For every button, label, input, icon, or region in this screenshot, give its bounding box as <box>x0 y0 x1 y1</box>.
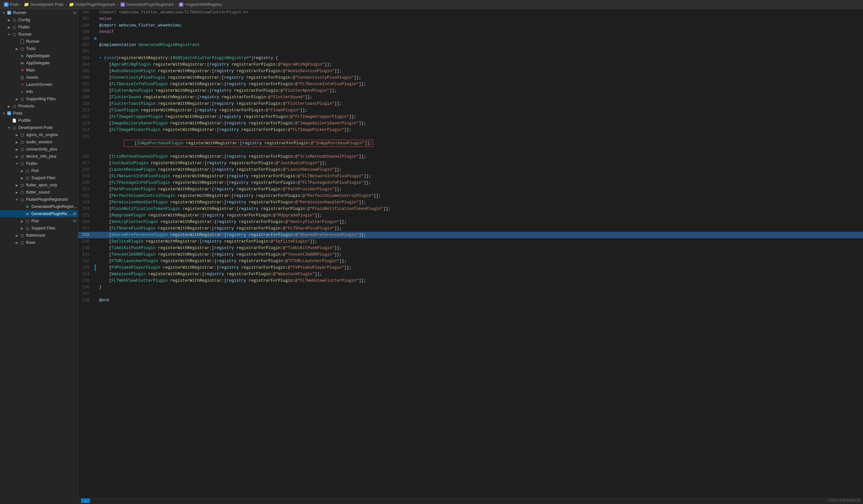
sidebar-item-audio[interactable]: ▶ ▢ audio_session <box>0 138 78 146</box>
code-line-204: 204 [AgoraRtcNgPlugin registerWithRegist… <box>78 61 863 68</box>
arrow-connectivity: ▶ <box>14 148 20 151</box>
sidebar-item-fpr[interactable]: ▼ ▢ FlutterPluginRegistrant <box>0 196 78 203</box>
device-info-label: device_info_plus <box>26 154 78 159</box>
gutter-210 <box>93 101 98 107</box>
assets-label: Assets <box>26 75 78 80</box>
sidebar-item-runner-root[interactable]: ▼ R Runner M <box>0 9 78 16</box>
sidebar-item-products[interactable]: ▶ ▢ Products <box>0 102 78 110</box>
sidebar-item-fluttertoast[interactable]: ▶ ▢ fluttertoast <box>0 232 78 239</box>
sidebar-item-assets[interactable]: ▶ ◫ Assets <box>0 74 78 81</box>
line-num-220: 220 <box>78 179 93 186</box>
runner-root-badge: M <box>73 11 76 15</box>
sidebar-item-development-pods[interactable]: ▼ ▢ Development Pods <box>0 124 78 131</box>
breadcrumb-bar: A Pods › 📁 Development Pods › 📁 FlutterP… <box>0 0 863 9</box>
code-line-233: 233 [FVPVideoPlayerPlugin registerWithRe… <box>78 264 863 271</box>
sidebar-item-device-info[interactable]: ▶ ▢ device_info_plus <box>0 153 78 160</box>
sidebar-item-gen-m[interactable]: ▶ m GeneratedPluginRegistrant M <box>0 210 78 217</box>
line-num-205: 205 <box>78 68 93 74</box>
pod-sub-icon: ▢ <box>25 168 30 173</box>
gutter-199 <box>93 29 98 35</box>
gutter-218 <box>93 166 98 173</box>
code-line-199: 199 #endif <box>78 29 863 35</box>
code-line-231: 231 [TencentImSDKPlugin registerWithRegi… <box>78 251 863 258</box>
appdelegate-m-label: AppDelegate <box>26 61 78 65</box>
breadcrumb-fpr[interactable]: 📁 FlutterPluginRegistrant <box>69 2 115 7</box>
gutter-213 <box>93 120 98 127</box>
line-content-237 <box>98 290 863 297</box>
sidebar-item-pod-sub[interactable]: ▶ ▢ Pod <box>0 167 78 174</box>
line-content-200 <box>98 35 863 42</box>
line-num-227: 227 <box>78 225 93 232</box>
line-num-222: 222 <box>78 192 93 199</box>
flutter-apns-label: flutter_apns_only <box>26 183 78 187</box>
sidebar-item-supporting-files[interactable]: ▶ ▢ Supporting Files <box>0 95 78 102</box>
sidebar-item-tools[interactable]: ▶ ▢ Tools <box>0 45 78 52</box>
sidebar-item-fluwx[interactable]: ▶ ▢ fluwx <box>0 239 78 246</box>
sidebar-item-appdelegate-h[interactable]: ▶ h AppDelegate <box>0 52 78 60</box>
code-line-214: 214 [FLTImagePickerPlugin registerWithRe… <box>78 127 863 133</box>
line-content-219: [FLTNetworkInfoPlusPlugin registerWithRe… <box>98 173 863 179</box>
line-content-236: } <box>98 284 863 290</box>
line-num-224: 224 <box>78 206 93 212</box>
code-line-236: 236 } <box>78 284 863 290</box>
gutter-232 <box>93 258 98 264</box>
line-num-211: 211 <box>78 107 93 114</box>
sidebar-item-flutter-apns[interactable]: ▶ ▢ flutter_apns_only <box>0 181 78 189</box>
sidebar-item-info[interactable]: ▶ ℹ Info <box>0 88 78 95</box>
sidebar-item-flutter-sound[interactable]: ▶ ▢ flutter_sound <box>0 189 78 196</box>
scroll-thumb[interactable]: ⌄ <box>81 499 90 503</box>
line-num-206: 206 <box>78 74 93 81</box>
gutter-230 <box>93 245 98 251</box>
scroll-thumb-icon: ⌄ <box>84 499 87 503</box>
gutter-221 <box>93 186 98 192</box>
arrow-supporting-files: ▶ <box>14 97 20 101</box>
flutter-dep-icon: ▢ <box>20 161 25 166</box>
breadcrumb-sep-3: › <box>117 2 118 7</box>
sidebar-item-agora[interactable]: ▶ ▢ agora_rtc_engine <box>0 131 78 138</box>
pods-icon: A <box>4 2 9 7</box>
line-content-228: [SharedPreferencesPlugin registerWithReg… <box>98 232 863 238</box>
breadcrumb-method-label: +registerWithRegistry: <box>185 2 223 7</box>
arrow-flutter-sound: ▶ <box>14 191 20 194</box>
sidebar-item-flutter-dep[interactable]: ▼ ▢ Flutter <box>0 160 78 167</box>
sidebar-item-support-fpr[interactable]: ▶ ▢ Support Files <box>0 225 78 232</box>
sidebar-item-main[interactable]: ▶ ✕ Main <box>0 66 78 74</box>
code-editor[interactable]: 196 #import <webview_flutter_wkwebview/F… <box>78 9 863 504</box>
fpr-label: FlutterPluginRegistrant <box>26 197 78 202</box>
tools-icon: ▢ <box>20 46 25 51</box>
sidebar-item-connectivity[interactable]: ▶ ▢ connectivity_plus <box>0 146 78 153</box>
line-num-204: 204 <box>78 61 93 68</box>
support-files-label: Support Files <box>31 176 78 180</box>
line-num-236: 236 <box>78 284 93 290</box>
line-num-230: 230 <box>78 245 93 251</box>
sidebar-item-support-files[interactable]: ▶ ▢ Support Files <box>0 174 78 181</box>
breadcrumb-pods[interactable]: A Pods <box>4 2 18 7</box>
sidebar-item-pod-fpr[interactable]: ▶ ▢ Pod M <box>0 217 78 225</box>
code-line-200: 200 <box>78 35 863 42</box>
runner-root-icon: R <box>7 10 12 15</box>
line-num-238: 238 <box>78 297 93 304</box>
assets-icon: ◫ <box>20 75 25 80</box>
breadcrumb-gen[interactable]: m GeneratedPluginRegistrant <box>121 2 174 7</box>
sidebar-item-config[interactable]: ▶ ▢ Config <box>0 16 78 24</box>
sidebar-item-launchscreen[interactable]: ▶ ✕ LaunchScreen <box>0 81 78 88</box>
arrow-fpr: ▼ <box>14 198 20 201</box>
fpr-folder-icon: 📁 <box>69 2 74 7</box>
line-content-224: [PlainNotificationTokenPlugin registerWi… <box>98 206 863 212</box>
sidebar-item-runner-file[interactable]: ▶ Runner <box>0 38 78 45</box>
breadcrumb-devpods[interactable]: 📁 Development Pods <box>24 2 63 7</box>
line-num-214: 214 <box>78 127 93 133</box>
sidebar-item-podfile[interactable]: ▶ 📄 Podfile <box>0 117 78 124</box>
sidebar-item-runner-group[interactable]: ▼ ▢ Runner <box>0 31 78 38</box>
line-num-212: 212 <box>78 114 93 120</box>
sidebar-item-pods-root[interactable]: ▼ A Pods <box>0 110 78 117</box>
code-line-218: 218 [LaunchReviewPlugin registerWithRegi… <box>78 166 863 173</box>
gutter-228 <box>93 232 98 238</box>
breadcrumb-method[interactable]: M +registerWithRegistry: <box>179 2 223 7</box>
gutter-217 <box>93 160 98 166</box>
support-fpr-label: Support Files <box>31 226 78 230</box>
sidebar-item-flutter[interactable]: ▶ ▢ Flutter <box>0 24 78 31</box>
sidebar[interactable]: ▼ R Runner M ▶ ▢ Config ▶ ▢ Flutter ▼ ▢ … <box>0 9 78 504</box>
sidebar-item-gen-h[interactable]: ▶ h GeneratedPluginRegistrant <box>0 203 78 210</box>
sidebar-item-appdelegate-m[interactable]: ▶ m AppDelegate <box>0 60 78 66</box>
